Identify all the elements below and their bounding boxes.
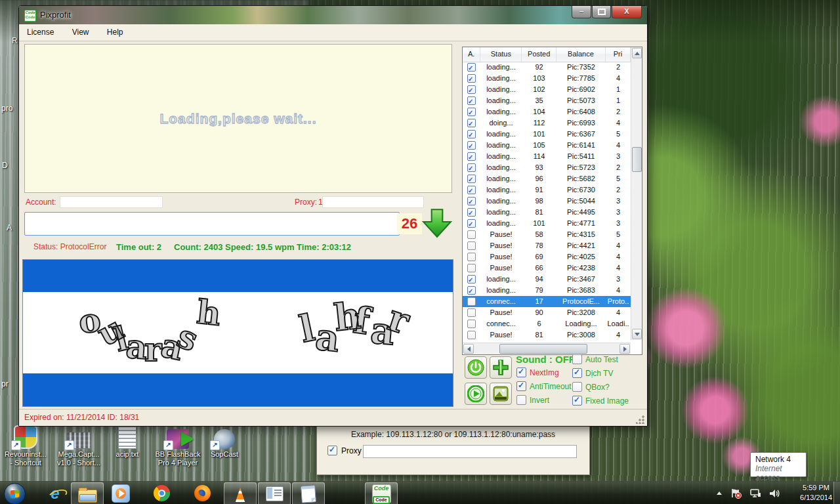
option-checkbox[interactable]	[572, 382, 582, 392]
option-nextimg[interactable]: NextImg	[516, 368, 559, 377]
submit-down-arrow-icon[interactable]	[421, 207, 453, 240]
account-input[interactable]	[60, 196, 163, 208]
row-active-checkbox[interactable]	[467, 219, 476, 228]
row-active-checkbox[interactable]	[467, 230, 476, 239]
vertical-scrollbar[interactable]	[631, 47, 642, 340]
title-bar[interactable]: CodeCode Pixprofit – X	[19, 6, 647, 25]
table-row[interactable]: Pause!81Pic:30084	[463, 329, 631, 339]
row-active-checkbox[interactable]	[467, 152, 476, 161]
volume-icon[interactable]	[768, 488, 780, 499]
option-checkbox[interactable]	[572, 354, 582, 364]
shortcut-mega-capt[interactable]: ↗ Mega.Capt...v1.0 - Short...	[52, 425, 105, 469]
resize-grip[interactable]	[636, 415, 645, 424]
table-row[interactable]: loading...114Pic:54113	[463, 151, 631, 162]
taskbar-windows-explorer[interactable]	[71, 482, 104, 504]
menu-help[interactable]: Help	[99, 24, 131, 41]
row-active-checkbox[interactable]	[467, 308, 476, 317]
start-button[interactable]	[465, 383, 487, 405]
vertical-scroll-thumb[interactable]	[632, 147, 642, 172]
table-row[interactable]: loading...35Pic:50731	[463, 95, 631, 106]
col-header-a[interactable]: A.	[463, 47, 480, 62]
shortcut-acip-txt[interactable]: acip.txt	[105, 425, 150, 469]
row-active-checkbox[interactable]	[467, 242, 476, 250]
start-button-orb[interactable]	[4, 483, 26, 504]
row-active-checkbox[interactable]	[467, 130, 476, 138]
proxy-enable-checkbox[interactable]	[327, 446, 337, 455]
taskbar-internet-explorer[interactable]: e	[41, 482, 70, 504]
horizontal-scrollbar[interactable]	[463, 343, 631, 354]
row-active-checkbox[interactable]	[467, 253, 476, 261]
option-antitimeout[interactable]: AntiTimeout	[516, 381, 572, 391]
table-row[interactable]: Pause!66Pic:42384	[463, 262, 631, 274]
row-active-checkbox[interactable]	[467, 297, 476, 306]
row-active-checkbox[interactable]	[467, 163, 476, 172]
table-row[interactable]: connec...6Loading...Loadi..	[463, 318, 631, 329]
option-fixed-image[interactable]: Fixed Image	[572, 396, 629, 406]
option-checkbox[interactable]	[572, 396, 582, 406]
row-active-checkbox[interactable]	[467, 286, 476, 295]
row-active-checkbox[interactable]	[467, 63, 476, 72]
row-active-checkbox[interactable]	[467, 197, 476, 205]
col-header-status[interactable]: Status	[480, 47, 522, 62]
option-d-ch-tv[interactable]: Dịch TV	[572, 368, 613, 378]
minimize-button[interactable]: –	[572, 6, 591, 18]
scroll-left-arrow[interactable]	[463, 344, 474, 354]
row-active-checkbox[interactable]	[467, 186, 476, 194]
maximize-button[interactable]	[592, 6, 611, 18]
row-active-checkbox[interactable]	[467, 96, 476, 105]
table-row[interactable]: loading...91Pic:67302	[463, 184, 631, 196]
table-row[interactable]: loading...93Pic:57232	[463, 162, 631, 173]
menu-license[interactable]: License	[19, 24, 62, 41]
scroll-right-arrow[interactable]	[620, 344, 630, 354]
option-checkbox[interactable]	[516, 368, 526, 377]
network-icon[interactable]	[749, 488, 762, 499]
row-active-checkbox[interactable]	[467, 141, 476, 150]
row-active-checkbox[interactable]	[467, 320, 476, 328]
taskbar-pixprofit[interactable]: Code Code	[365, 482, 398, 504]
table-row[interactable]: loading...81Pic:44953	[463, 207, 631, 218]
table-row[interactable]: connec...17ProtocolE...Proto..	[463, 296, 631, 307]
shortcut-sopcast[interactable]: ↗ SopCast	[206, 425, 243, 469]
menu-view[interactable]: View	[64, 24, 97, 41]
taskbar-notepad[interactable]	[292, 482, 325, 504]
table-row[interactable]: doing...112Pic:69934	[463, 117, 631, 129]
table-row[interactable]: Pause!58Pic:43155	[463, 229, 631, 240]
shortcut-revo-uninstaller[interactable]: ↗ Revouninst...- Shortcut	[0, 425, 51, 469]
taskbar-chrome[interactable]	[147, 482, 176, 504]
table-row[interactable]: loading...101Pic:63675	[463, 129, 631, 140]
taskbar-clock[interactable]: 5:59 PM 6/13/2014	[800, 483, 832, 503]
taskbar-vlc[interactable]	[224, 482, 257, 504]
col-header-pri[interactable]: Pri	[606, 47, 631, 62]
table-row[interactable]: Pause!78Pic:44214	[463, 240, 631, 251]
row-active-checkbox[interactable]	[467, 108, 476, 116]
show-desktop-button[interactable]	[833, 482, 840, 504]
power-button[interactable]	[465, 356, 487, 379]
table-row[interactable]: loading...105Pic:61414	[463, 140, 631, 151]
taskbar-app-window[interactable]	[258, 482, 291, 504]
table-row[interactable]: Pause!69Pic:40254	[463, 251, 631, 262]
option-checkbox[interactable]	[516, 395, 526, 405]
option-auto-test[interactable]: Auto Test	[572, 354, 618, 364]
table-row[interactable]: loading...94Pic:34673	[463, 274, 631, 285]
image-button[interactable]	[490, 383, 512, 405]
table-row[interactable]: loading...101Pic:47713	[463, 218, 631, 229]
add-account-button[interactable]	[490, 356, 512, 379]
taskbar-firefox[interactable]	[188, 482, 217, 504]
scroll-down-arrow[interactable]	[632, 329, 642, 339]
table-row[interactable]: loading...98Pic:50443	[463, 196, 631, 207]
row-active-checkbox[interactable]	[467, 175, 476, 183]
tray-expand-icon[interactable]	[715, 489, 724, 498]
col-header-posted[interactable]: Posted	[522, 47, 556, 62]
table-row[interactable]: loading...103Pic:77854	[463, 73, 631, 84]
row-active-checkbox[interactable]	[467, 208, 476, 217]
row-active-checkbox[interactable]	[467, 264, 476, 272]
option-invert[interactable]: Invert	[516, 395, 549, 405]
row-active-checkbox[interactable]	[467, 119, 476, 127]
col-header-balance[interactable]: Balance	[556, 47, 606, 62]
row-active-checkbox[interactable]	[467, 275, 476, 284]
scroll-up-arrow[interactable]	[632, 48, 642, 58]
option-checkbox[interactable]	[572, 368, 582, 378]
table-row[interactable]: loading...92Pic:73522	[463, 62, 631, 73]
shortcut-bb-flashback[interactable]: ↗ BB FlashBackPro 4 Player	[150, 425, 206, 469]
option-checkbox[interactable]	[516, 381, 526, 391]
